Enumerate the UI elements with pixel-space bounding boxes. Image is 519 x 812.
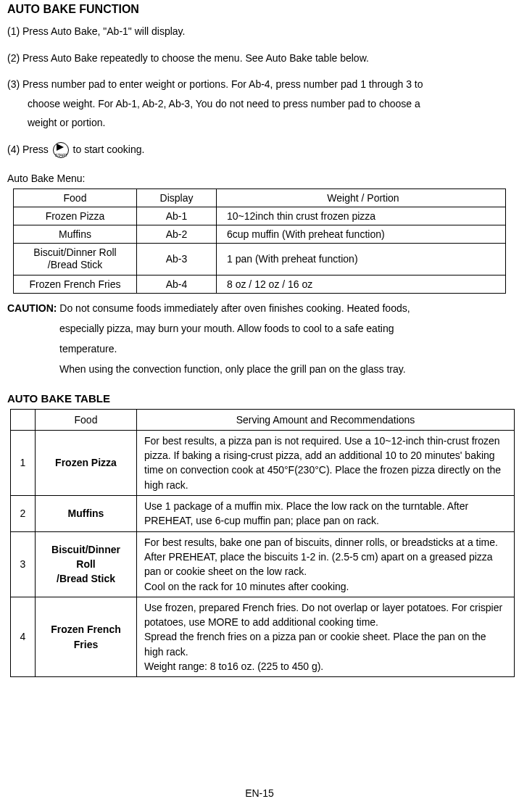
bake-row: 4 Frozen French Fries Use frozen, prepar… [11, 597, 515, 676]
menu-header-weight: Weight / Portion [217, 188, 506, 207]
step-3-l2: choose weight. For Ab-1, Ab-2, Ab-3, You… [7, 98, 420, 109]
step-4: (4) Press START to start cooking. [7, 140, 512, 160]
page-number: EN-15 [0, 787, 519, 799]
svg-marker-0 [57, 144, 64, 151]
start-icon-label: START [55, 152, 68, 160]
step-4-suffix: to start cooking. [73, 144, 145, 155]
bake-num: 4 [11, 597, 36, 676]
menu-row: Biscuit/Dinner Roll /Bread Stick Ab-3 1 … [14, 243, 506, 275]
menu-cell-display: Ab-4 [137, 275, 217, 293]
start-icon: START [53, 142, 69, 158]
bake-num: 3 [11, 531, 36, 597]
bake-rec: For best results, bake one pan of biscui… [137, 531, 515, 597]
bake-food: Biscuit/Dinner Roll /Bread Stick [36, 531, 137, 597]
bake-food-l1: Biscuit/Dinner [51, 544, 120, 555]
menu-cell-weight: 8 oz / 12 oz / 16 oz [217, 275, 506, 293]
menu-row: Frozen Pizza Ab-1 10~12inch thin crust f… [14, 207, 506, 225]
bake-rec: For best results, a pizza pan is not req… [137, 430, 515, 495]
step-3-l1: (3) Press number pad to enter weight or … [7, 78, 423, 90]
step-1: (1) Press Auto Bake, "Ab-1" will display… [7, 22, 512, 41]
bake-food: Muffins [36, 496, 137, 532]
bake-num: 1 [11, 430, 36, 495]
bake-rec: Use frozen, prepared French fries. Do no… [137, 597, 515, 676]
menu-cell-display: Ab-2 [137, 225, 217, 243]
bake-food-l1: Frozen French [51, 624, 120, 635]
bake-rec: Use 1 package of a muffin mix. Place the… [137, 496, 515, 532]
caution-l1: Do not consume foods immediately after o… [57, 302, 410, 314]
menu-cell-food: Frozen Pizza [14, 207, 137, 225]
menu-cell-display: Ab-1 [137, 207, 217, 225]
section-title: AUTO BAKE FUNCTION [7, 3, 512, 16]
step-4-prefix: (4) Press [7, 144, 49, 155]
menu-cell-food: Frozen French Fries [14, 275, 137, 293]
menu-header-row: Food Display Weight / Portion [14, 188, 506, 207]
bake-table-title: AUTO BAKE TABLE [7, 392, 512, 405]
bake-header-food: Food [36, 409, 137, 430]
caution-l2: especially pizza, may burn your mouth. A… [7, 318, 512, 339]
bake-food: Frozen Pizza [36, 430, 137, 495]
step-2: (2) Press Auto Bake repeatedly to choose… [7, 49, 512, 68]
bake-food: Frozen French Fries [36, 597, 137, 676]
caution-label: CAUTION: [7, 302, 57, 314]
bake-rec-l3: Weight range: 8 to16 oz. (225 to 450 g). [144, 660, 323, 672]
bake-rec-l1: Use frozen, prepared French fries. Do no… [144, 602, 502, 628]
menu-header-food: Food [14, 188, 137, 207]
step-3: (3) Press number pad to enter weight or … [7, 75, 512, 133]
bake-row: 3 Biscuit/Dinner Roll /Bread Stick For b… [11, 531, 515, 597]
bake-food-l2: Fries [74, 639, 98, 650]
bake-rec-l2: Spread the french fries on a pizza pan o… [144, 631, 486, 657]
menu-cell-food-l2: /Bread Stick [48, 259, 102, 270]
menu-cell-food: Biscuit/Dinner Roll /Bread Stick [14, 243, 137, 275]
auto-bake-menu-table: Food Display Weight / Portion Frozen Piz… [13, 188, 506, 294]
menu-row: Frozen French Fries Ab-4 8 oz / 12 oz / … [14, 275, 506, 293]
caution-block: CAUTION: Do not consume foods immediatel… [7, 298, 512, 379]
menu-label: Auto Bake Menu: [7, 173, 512, 184]
bake-header-rec: Serving Amount and Recommendations [137, 409, 515, 430]
bake-food-l3: /Bread Stick [57, 573, 115, 584]
menu-cell-weight: 6cup muffin (With preheat function) [217, 225, 506, 243]
menu-cell-food: Muffins [14, 225, 137, 243]
bake-header-blank [11, 409, 36, 430]
bake-rec-l1: For best results, bake one pan of biscui… [144, 536, 498, 548]
menu-cell-weight: 1 pan (With preheat function) [217, 243, 506, 275]
caution-l4: When using the convection function, only… [7, 359, 512, 379]
bake-header-row: Food Serving Amount and Recommendations [11, 409, 515, 430]
auto-bake-table: Food Serving Amount and Recommendations … [10, 409, 515, 678]
bake-rec-l2: After PREHEAT, place the biscuits 1-2 in… [144, 551, 493, 577]
menu-row: Muffins Ab-2 6cup muffin (With preheat f… [14, 225, 506, 243]
bake-num: 2 [11, 496, 36, 532]
menu-cell-display: Ab-3 [137, 243, 217, 275]
bake-row: 1 Frozen Pizza For best results, a pizza… [11, 430, 515, 495]
caution-l3: temperature. [7, 339, 512, 359]
bake-rec-l3: Cool on the rack for 10 minutes after co… [144, 581, 349, 592]
menu-cell-food-l1: Biscuit/Dinner Roll [33, 246, 116, 258]
menu-header-display: Display [137, 188, 217, 207]
bake-row: 2 Muffins Use 1 package of a muffin mix.… [11, 496, 515, 532]
bake-food-l2: Roll [76, 558, 95, 570]
step-3-l3: weight or portion. [7, 117, 105, 128]
menu-cell-weight: 10~12inch thin crust frozen pizza [217, 207, 506, 225]
